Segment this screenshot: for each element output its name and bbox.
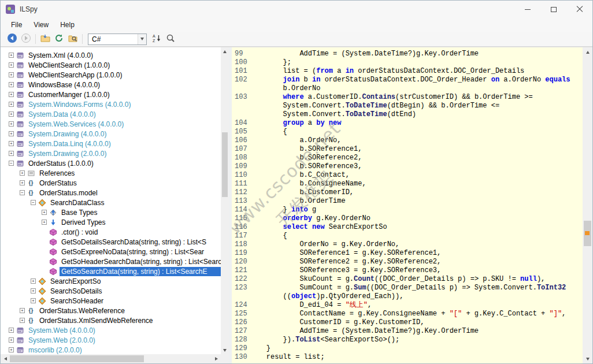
expand-icon[interactable]: + <box>9 112 14 117</box>
scrollbar-thumb[interactable] <box>10 355 144 362</box>
tree-item[interactable]: +References <box>1 168 221 178</box>
tree-item[interactable]: +{}OrderStatus.WebReference <box>1 306 221 315</box>
tree-item[interactable]: +System.Data (4.0.0.0) <box>1 109 221 119</box>
tree-item[interactable]: +System.Drawing (4.0.0.0) <box>1 129 221 139</box>
tree-item-label: GetSoSearchData(string, string) : List<S… <box>60 267 221 276</box>
expand-icon[interactable]: + <box>9 141 14 146</box>
tree-item[interactable]: +System.Windows.Forms (4.0.0.0) <box>1 99 221 109</box>
forward-icon <box>21 33 31 46</box>
expand-icon[interactable]: + <box>9 151 14 156</box>
tree-item[interactable]: +SearchSoDetails <box>1 286 221 296</box>
back-button[interactable] <box>5 33 19 46</box>
expand-icon[interactable]: + <box>31 278 36 284</box>
sort-assemblies-button[interactable]: AZ <box>150 33 164 46</box>
expand-icon[interactable]: + <box>9 337 14 343</box>
assembly-tree[interactable]: +System.Xml (4.0.0.0)+WebClientSearch (1… <box>1 47 221 354</box>
expand-icon[interactable]: + <box>9 121 14 127</box>
menu-help[interactable]: Help <box>54 19 80 31</box>
scroll-right-button[interactable] <box>212 354 221 363</box>
tree-item[interactable]: +System.Web.Services (4.0.0.0) <box>1 119 221 129</box>
scroll-down-button[interactable] <box>221 346 229 354</box>
tree-item[interactable]: +SearchSoHeader <box>1 296 221 306</box>
tree-item[interactable]: +{}OrderStatus.XmlSendWebReference <box>1 315 221 325</box>
expand-icon[interactable]: + <box>9 62 14 68</box>
minimize-button[interactable] <box>514 1 540 18</box>
tree-item[interactable]: GetSoExpreeNoData(string, string) : List… <box>1 247 221 257</box>
tree-item[interactable]: GetSoSearchData(string, string) : List<S… <box>1 266 221 276</box>
tree-item[interactable]: +{}OrderStatus <box>1 178 221 188</box>
assembly-icon <box>16 336 24 344</box>
expand-icon[interactable]: + <box>20 170 25 176</box>
search-button[interactable] <box>164 33 177 46</box>
expand-icon[interactable]: + <box>20 308 25 313</box>
expand-icon[interactable]: + <box>20 180 25 185</box>
tree-item[interactable]: +WindowsBase (4.0.0.0) <box>1 80 221 90</box>
expand-icon[interactable]: + <box>9 72 14 77</box>
code-line: 102 join b in orderStatusDataContext.DOC… <box>232 76 583 84</box>
titlebar[interactable]: ILSpy <box>1 1 592 18</box>
scroll-down-button[interactable] <box>583 354 592 363</box>
expand-icon[interactable]: + <box>31 288 36 294</box>
scroll-up-button[interactable] <box>583 47 592 57</box>
tree-item[interactable]: +mscorlib (2.0.0.0) <box>1 345 221 354</box>
chevron-down-icon[interactable] <box>138 34 146 44</box>
tree-item[interactable]: −{}OrderStatus.model <box>1 188 221 198</box>
expand-icon[interactable]: + <box>20 318 25 323</box>
expand-icon[interactable]: + <box>9 82 14 87</box>
tree-item[interactable]: +System.Web (4.0.0.0) <box>1 325 221 335</box>
tree-item[interactable]: +System.Xml (4.0.0.0) <box>1 50 221 60</box>
code-vertical-scrollbar[interactable] <box>583 47 592 363</box>
tree-item[interactable]: +SearchExportSo <box>1 276 221 286</box>
expand-icon[interactable]: + <box>9 102 14 107</box>
references-icon <box>27 169 35 177</box>
scroll-up-button[interactable] <box>221 47 229 55</box>
forward-button[interactable] <box>19 33 33 46</box>
tree-item[interactable]: +CustomerManger (1.0.0.0) <box>1 90 221 99</box>
collapse-icon[interactable]: − <box>20 190 25 195</box>
collapse-icon[interactable]: − <box>9 161 14 166</box>
collapse-icon[interactable]: − <box>31 200 36 205</box>
expand-icon[interactable]: + <box>9 328 14 333</box>
close-button[interactable] <box>566 1 592 18</box>
tree-item[interactable]: +System.Web (2.0.0.0) <box>1 335 221 345</box>
menu-view[interactable]: View <box>28 19 54 31</box>
menu-file[interactable]: File <box>5 19 28 31</box>
ilspy-window: ILSpy File View Help C# <box>0 0 593 364</box>
expand-icon[interactable]: + <box>9 92 14 97</box>
tree-item[interactable]: +WebClientSearchApp (1.0.0.0) <box>1 70 221 80</box>
scrollbar-thumb[interactable] <box>222 132 228 197</box>
tree-item[interactable]: +Derived Types <box>1 217 221 227</box>
tree-horizontal-scrollbar[interactable] <box>1 354 221 363</box>
assembly-icon <box>16 71 24 79</box>
language-select[interactable]: C# <box>88 34 147 45</box>
expand-icon[interactable]: + <box>9 347 14 352</box>
line-number: 100 <box>232 58 250 67</box>
tree-item[interactable]: −SearchDataClass <box>1 198 221 207</box>
tree-item[interactable]: +Base Types <box>1 207 221 217</box>
open-from-gac-button[interactable] <box>66 33 80 46</box>
tree-item[interactable]: +WebClientSearch (1.0.0.0) <box>1 60 221 70</box>
expand-icon[interactable]: + <box>31 298 36 303</box>
open-file-button[interactable] <box>38 33 52 46</box>
tree-item[interactable]: +System.Data.Linq (4.0.0.0) <box>1 139 221 148</box>
line-number: 105 <box>232 128 250 136</box>
tree-item[interactable]: GetSoDetailsSearchData(string, string) :… <box>1 237 221 247</box>
class-icon <box>38 277 46 285</box>
tree-item[interactable]: .ctor() : void <box>1 227 221 237</box>
expand-icon[interactable]: + <box>42 220 47 225</box>
tree-vertical-scrollbar[interactable] <box>221 47 229 354</box>
tree-item[interactable]: GetSoHeaderSearchData(string, string) : … <box>1 257 221 266</box>
menubar: File View Help <box>1 18 592 32</box>
expand-icon[interactable]: + <box>9 131 14 136</box>
scroll-left-button[interactable] <box>1 354 10 363</box>
expand-icon[interactable]: + <box>42 210 47 215</box>
maximize-icon <box>551 7 557 12</box>
tree-item-label: SearchExportSo <box>49 277 221 286</box>
expand-icon[interactable]: + <box>9 53 14 58</box>
code-view[interactable]: 99 AddTime = (System.DateTime?)g.Key.Ord… <box>232 47 583 363</box>
maximize-button[interactable] <box>540 1 566 18</box>
tree-item[interactable]: −OrderStatus (1.0.0.0) <box>1 158 221 168</box>
reload-button[interactable] <box>52 33 66 46</box>
tree-item[interactable]: +System.Drawing (2.0.0.0) <box>1 148 221 158</box>
assembly-icon <box>16 130 24 138</box>
